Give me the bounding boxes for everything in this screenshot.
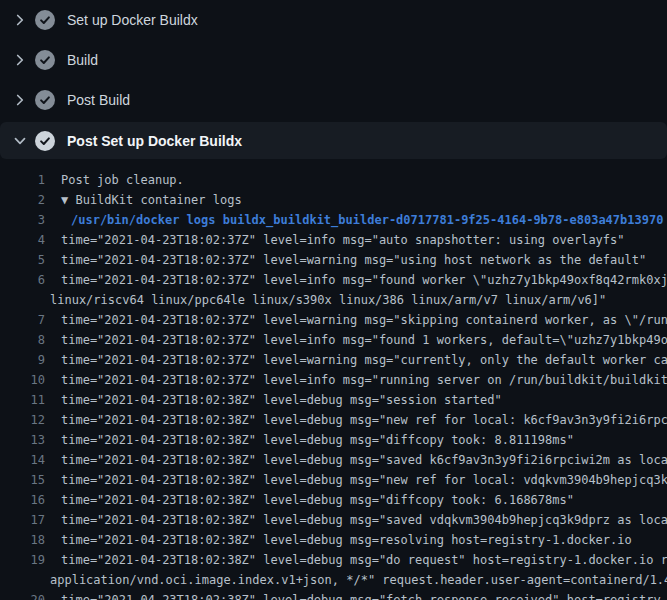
check-circle-icon [35,10,55,30]
step-header-post-build[interactable]: Post Build [0,80,667,120]
log-line-number[interactable]: 16 [0,490,45,510]
log-line-text: time="2021-04-23T18:02:37Z" level=info m… [45,370,667,390]
log-line-text: Post job cleanup. [45,170,184,190]
log-line-number[interactable]: 2 [0,190,45,210]
log-row: linux/riscv64 linux/ppc64le linux/s390x … [0,290,667,310]
log-area: 1Post job cleanup.2▼ BuildKit container … [0,159,667,600]
log-command-text: /usr/bin/docker logs buildx_buildkit_bui… [45,210,663,230]
log-line-number[interactable]: 10 [0,370,45,390]
log-line-text: time="2021-04-23T18:02:37Z" level=warnin… [45,310,667,330]
log-line-number[interactable]: 1 [0,170,45,190]
log-row: 3/usr/bin/docker logs buildx_buildkit_bu… [0,210,667,230]
log-line-number[interactable]: 20 [0,590,45,600]
log-row: application/vnd.oci.image.index.v1+json,… [0,570,667,590]
check-circle-icon [35,50,55,70]
log-row: 19time="2021-04-23T18:02:38Z" level=debu… [0,550,667,570]
log-line-number[interactable]: 12 [0,410,45,430]
log-line-text: time="2021-04-23T18:02:37Z" level=info m… [45,270,667,290]
log-line-number[interactable]: 4 [0,230,45,250]
log-row: 20time="2021-04-23T18:02:38Z" level=debu… [0,590,667,600]
log-line-text: time="2021-04-23T18:02:38Z" level=debug … [45,510,667,530]
log-line-number[interactable]: 5 [0,250,45,270]
log-line-number[interactable]: 9 [0,350,45,370]
log-row: 18time="2021-04-23T18:02:38Z" level=debu… [0,530,667,550]
log-line-number[interactable]: 13 [0,430,45,450]
log-row: 2▼ BuildKit container logs [0,190,667,210]
log-line-text: time="2021-04-23T18:02:38Z" level=debug … [45,470,667,490]
log-line-number[interactable]: 3 [0,210,45,230]
check-circle-icon [35,131,55,151]
log-row: 10time="2021-04-23T18:02:37Z" level=info… [0,370,667,390]
log-row: 8time="2021-04-23T18:02:37Z" level=info … [0,330,667,350]
log-row: 13time="2021-04-23T18:02:38Z" level=debu… [0,430,667,450]
step-header-build[interactable]: Build [0,40,667,80]
log-line-number[interactable]: 17 [0,510,45,530]
log-line-number[interactable]: 18 [0,530,45,550]
log-line-text: time="2021-04-23T18:02:38Z" level=debug … [45,450,667,470]
chevron-right-icon [12,92,28,108]
log-line-text: time="2021-04-23T18:02:38Z" level=debug … [45,430,574,450]
log-group-toggle[interactable]: ▼ BuildKit container logs [45,190,242,210]
log-line-text: time="2021-04-23T18:02:38Z" level=debug … [45,490,574,510]
log-line-number[interactable]: 6 [0,270,45,290]
log-row: 12time="2021-04-23T18:02:38Z" level=debu… [0,410,667,430]
step-title: Post Set up Docker Buildx [67,133,242,149]
log-line-text: time="2021-04-23T18:02:38Z" level=debug … [45,550,667,570]
log-row: 1Post job cleanup. [0,170,667,190]
log-row: 17time="2021-04-23T18:02:38Z" level=debu… [0,510,667,530]
log-line-text: linux/riscv64 linux/ppc64le linux/s390x … [0,290,606,310]
step-header-set-up-docker-buildx[interactable]: Set up Docker Buildx [0,0,667,40]
step-title: Set up Docker Buildx [67,12,198,28]
chevron-right-icon [12,12,28,28]
log-line-text: time="2021-04-23T18:02:38Z" level=debug … [45,590,667,600]
log-line-number[interactable]: 7 [0,310,45,330]
log-row: 7time="2021-04-23T18:02:37Z" level=warni… [0,310,667,330]
log-line-text: time="2021-04-23T18:02:38Z" level=debug … [45,530,632,550]
log-row: 4time="2021-04-23T18:02:37Z" level=info … [0,230,667,250]
log-line-number[interactable]: 14 [0,450,45,470]
log-line-text: time="2021-04-23T18:02:38Z" level=debug … [45,390,502,410]
step-title: Build [67,52,98,68]
log-line-number[interactable]: 11 [0,390,45,410]
check-circle-icon [35,90,55,110]
log-line-text: time="2021-04-23T18:02:37Z" level=warnin… [45,250,646,270]
step-header-post-set-up-docker-buildx[interactable]: Post Set up Docker Buildx [0,122,667,159]
chevron-right-icon [12,52,28,68]
chevron-down-icon [12,133,28,149]
log-line-text: time="2021-04-23T18:02:38Z" level=debug … [45,410,667,430]
log-line-number[interactable]: 15 [0,470,45,490]
log-row: 16time="2021-04-23T18:02:38Z" level=debu… [0,490,667,510]
steps-list: Set up Docker Buildx Build Post Build Po… [0,0,667,159]
log-line-number[interactable]: 8 [0,330,45,350]
log-row: 6time="2021-04-23T18:02:37Z" level=info … [0,270,667,290]
log-line-text: time="2021-04-23T18:02:37Z" level=info m… [45,230,625,250]
log-row: 9time="2021-04-23T18:02:37Z" level=warni… [0,350,667,370]
log-line-text: application/vnd.oci.image.index.v1+json,… [0,570,667,590]
log-row: 14time="2021-04-23T18:02:38Z" level=debu… [0,450,667,470]
log-row: 15time="2021-04-23T18:02:38Z" level=debu… [0,470,667,490]
log-row: 11time="2021-04-23T18:02:38Z" level=debu… [0,390,667,410]
step-title: Post Build [67,92,130,108]
log-line-text: time="2021-04-23T18:02:37Z" level=info m… [45,330,667,350]
log-line-text: time="2021-04-23T18:02:37Z" level=warnin… [45,350,667,370]
log-row: 5time="2021-04-23T18:02:37Z" level=warni… [0,250,667,270]
log-line-number[interactable]: 19 [0,550,45,570]
